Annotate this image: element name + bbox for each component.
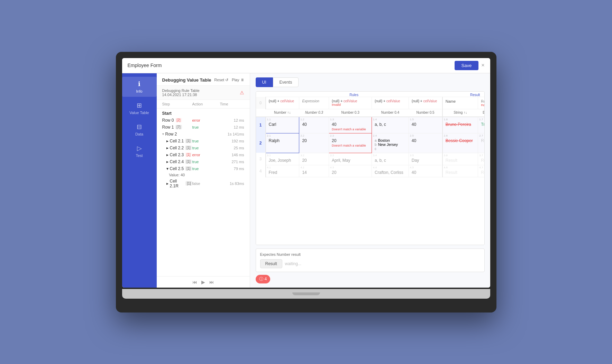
test-icon: ▷ <box>137 144 142 152</box>
debug-controls: Reset ↺ Play ⏸ <box>214 78 244 82</box>
debug-value-row: Value: 40 <box>157 172 250 178</box>
formula-cell-result: Result Has no variable <box>478 97 485 109</box>
column-header-row: Number ↑↓ Number 0.3 Number 0.3 Number 0… <box>256 109 485 117</box>
cell-1-6[interactable]: 1.6 Bruno Pereira <box>442 117 478 133</box>
row0-badge: [2] <box>175 118 182 122</box>
row2-time: 1s 141ms <box>220 132 244 136</box>
cell-2-2[interactable]: 2.2 20 <box>299 133 329 153</box>
nav-play-button[interactable]: ▶ <box>201 279 205 285</box>
row2-label: Row 2 <box>165 132 177 137</box>
reset-icon: ↺ <box>225 78 228 82</box>
formula-cell-3: {null} + cellValue Invalid <box>329 97 372 109</box>
cell-2-7[interactable]: 2.7 Result <box>478 133 485 153</box>
col-header-5: Number 0.5 <box>409 109 442 117</box>
debug-info-bar: Debugging Rule Table 14.04.2021 17:21:38… <box>157 86 250 100</box>
expand-icon: ▾ <box>162 132 164 136</box>
reset-button[interactable]: Reset ↺ <box>214 78 228 82</box>
cell-3-2[interactable]: 3.2 20 <box>299 153 329 165</box>
expected-result-bar: Expectes Number result Result waiting... <box>256 249 485 272</box>
col-header-2: Number 0.3 <box>299 109 329 117</box>
cell-1-3[interactable]: 1.3 40 Doesn't match a variable <box>329 117 372 133</box>
cell-3-7[interactable]: 3.7 Result <box>478 153 485 165</box>
play-button[interactable]: Play ⏸ <box>232 78 244 82</box>
cell-2-3[interactable]: 2.3 20 Doesn't match a variable <box>329 133 372 153</box>
result-group-header: Result <box>442 92 485 97</box>
sidebar-item-data[interactable]: ⊟ Data <box>122 120 157 140</box>
expand-icon-2-1: ▸ <box>166 139 168 143</box>
save-button[interactable]: Save <box>455 61 479 70</box>
nav-last-button[interactable]: ⏭ <box>209 279 214 285</box>
error-badge-icon: ⓘ <box>259 276 263 282</box>
debug-row-2[interactable]: ▾ Row 2 1s 141ms <box>157 131 250 138</box>
debug-cell-2-3[interactable]: ▸ Cell 2.3 [1] error 146 ms <box>157 151 250 158</box>
tab-ui[interactable]: UI <box>256 77 273 87</box>
formula-row: 0 {null} + cellValue Expression {null} +… <box>256 97 485 109</box>
cell-4-5[interactable]: 4.5 40 <box>409 165 442 177</box>
cell-2-6[interactable]: 2.6 Bessie Cooper <box>442 133 478 153</box>
row0-action: error <box>192 118 220 122</box>
formula-cell-name: Name <box>442 97 478 109</box>
cell-1-4[interactable]: 1.4 a, b, c <box>372 117 409 133</box>
cell-1-2[interactable]: 1.2 40 <box>299 117 329 133</box>
debug-cell-2-1[interactable]: ▸ Cell 2.1 [1] true 192 ms <box>157 138 250 144</box>
close-button[interactable]: × <box>481 62 484 68</box>
row-num-4: 4 <box>256 165 266 177</box>
cell-3-1[interactable]: 3.1 Joe, Joseph <box>266 153 299 165</box>
debug-cell-2-1r[interactable]: ▸ Cell 2.1R [1] false 1s 83ms <box>157 178 250 189</box>
cell-1-3-error: Doesn't match a variable <box>332 128 369 131</box>
sidebar-label-info: Info <box>136 89 142 93</box>
warning-icon[interactable]: ⚠ <box>240 90 244 95</box>
sidebar: ℹ Info ⊞ Value Table ⊟ Data ▷ Test <box>122 73 157 288</box>
sidebar-label-value-table: Value Table <box>129 111 149 115</box>
row0-time: 12 ms <box>220 118 244 122</box>
debug-bottom-nav: ⏮ ▶ ⏭ <box>157 276 250 288</box>
debug-cell-2-4[interactable]: ▸ Cell 2.4 [1] true 271 ms <box>157 158 250 165</box>
cell-2-5[interactable]: 2.5 40 <box>409 133 442 153</box>
col-header-6: String ↑↓ <box>442 109 478 117</box>
pause-icon: ⏸ <box>240 78 244 82</box>
cell-4-7[interactable]: 4.7 Result <box>478 165 485 177</box>
decision-table-wrapper: Rules Result 0 {null} + cellValue <box>256 91 485 245</box>
sidebar-item-info[interactable]: ℹ Info <box>122 77 157 97</box>
nav-first-button[interactable]: ⏮ <box>192 279 197 285</box>
row1-label: Row 1 <box>162 125 174 130</box>
cell-1-1[interactable]: 1.1 Carl <box>266 117 299 133</box>
tab-events[interactable]: Events <box>273 77 299 87</box>
data-icon: ⊟ <box>137 123 142 131</box>
debug-row-1[interactable]: Row 1 [7] true 12 ms <box>157 124 250 131</box>
cell-4-4[interactable]: 4.4 Crafton, Corliss <box>372 165 409 177</box>
info-icon: ℹ <box>138 80 140 88</box>
cell-3-6[interactable]: 3.6 Result <box>442 153 478 165</box>
cell-2-1[interactable]: 2.1 Ralph <box>266 133 299 153</box>
cell-3-3[interactable]: 3.3 April, May <box>329 153 372 165</box>
table-row-1: 1 1.1 Carl 1.2 40 <box>256 117 485 133</box>
cell-1-5[interactable]: 1.5 40 <box>409 117 442 133</box>
table-row-3: 3 3.1 Joe, Joseph 3.2 20 <box>256 153 485 165</box>
col-header-1: Number ↑↓ <box>266 109 299 117</box>
cell-4-2[interactable]: 4.2 14 <box>299 165 329 177</box>
cell-2-3-error: Doesn't match a variable <box>332 144 369 147</box>
col-group-row: Rules Result <box>256 92 485 97</box>
cell-3-4[interactable]: 3.4 a, b, c <box>372 153 409 165</box>
cell-3-5[interactable]: 3.5 Day <box>409 153 442 165</box>
cell-1-7[interactable]: 1.7 True <box>478 117 485 133</box>
col-header-4: Number 0.4 <box>372 109 409 117</box>
table-row-2: 2 2.1 Ralph 2.2 20 <box>256 133 485 153</box>
debug-row-start: Start <box>157 110 250 117</box>
debug-row-0[interactable]: Row 0 [2] error 12 ms <box>157 117 250 124</box>
cell-4-1[interactable]: 4.1 Fred <box>266 165 299 177</box>
window-chrome: Employee Form Save × <box>122 58 490 73</box>
error-badge[interactable]: ⓘ 4 <box>256 275 271 283</box>
formula-cell-5: {null} + cellValue <box>409 97 442 109</box>
debug-cell-2-2[interactable]: ▸ Cell 2.2 [1] true 25 ms <box>157 144 250 151</box>
debug-cell-2-5[interactable]: ▾ Cell 2.5 [1] true 79 ms <box>157 165 250 172</box>
decision-table: Rules Result 0 {null} + cellValue <box>256 92 485 177</box>
cell-2-4[interactable]: 2.4 aBoston bNew Jersey c <box>372 133 409 153</box>
row1-time: 12 ms <box>220 125 244 129</box>
cell-4-6[interactable]: 4.6 Result <box>442 165 478 177</box>
sidebar-item-value-table[interactable]: ⊞ Value Table <box>122 98 157 118</box>
col-header-3: Number 0.3 <box>329 109 372 117</box>
sidebar-item-test[interactable]: ▷ Test <box>122 141 157 161</box>
cell-4-3[interactable]: 4.3 20 <box>329 165 372 177</box>
formula-cell-1: {null} + cellValue <box>266 97 299 109</box>
